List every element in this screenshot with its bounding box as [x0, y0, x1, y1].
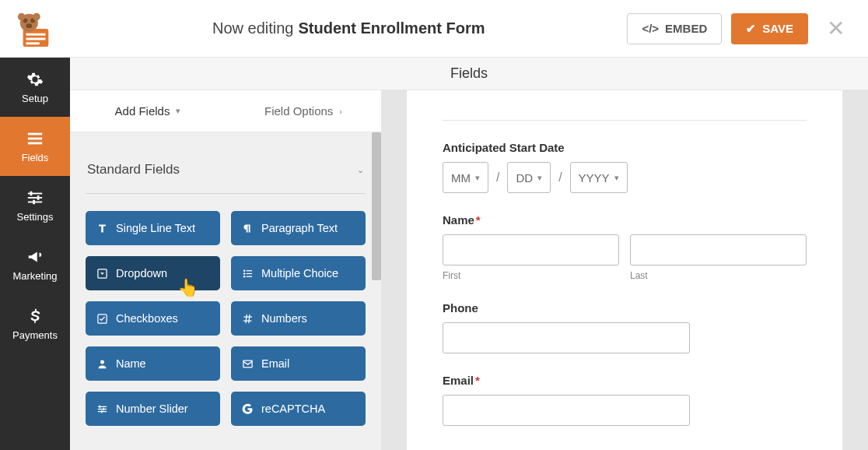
nav-label: Payments	[12, 329, 58, 341]
chevron-down-icon: ▾	[176, 106, 180, 116]
field-checkboxes[interactable]: Checkboxes	[86, 301, 220, 336]
list-icon	[26, 130, 44, 147]
date-separator: /	[496, 171, 499, 185]
field-number-slider[interactable]: Number Slider	[86, 392, 220, 426]
select-value: DD	[516, 171, 533, 185]
scrollbar[interactable]	[372, 132, 381, 280]
field-single-line-text[interactable]: Single Line Text	[86, 211, 220, 245]
field-multiple-choice[interactable]: Multiple Choice	[231, 256, 366, 290]
sliders-icon	[26, 189, 44, 206]
chevron-down-icon: ▾	[614, 173, 619, 183]
svg-point-9	[33, 12, 40, 20]
field-label: Multiple Choice	[261, 267, 338, 279]
left-nav: Setup Fields Settings Marketing Payments	[0, 58, 70, 450]
nav-item-payments[interactable]: Payments	[0, 294, 70, 353]
svg-point-22	[243, 272, 246, 275]
app-logo	[0, 9, 70, 48]
month-select[interactable]: MM▾	[443, 162, 488, 193]
split-panels: Add Fields ▾ Field Options › Standard Fi…	[70, 90, 868, 450]
svg-rect-34	[101, 410, 102, 413]
check-icon: ✔	[746, 22, 756, 36]
name-label: Name*	[443, 213, 807, 227]
list-ul-icon	[242, 268, 254, 279]
field-label: Dropdown	[116, 267, 167, 279]
field-label: Paragraph Text	[261, 222, 338, 234]
section-title: Standard Fields	[87, 162, 180, 178]
field-name[interactable]: Name	[86, 346, 220, 381]
standard-fields-toggle[interactable]: Standard Fields ⌄	[86, 148, 366, 194]
envelope-icon	[242, 358, 254, 370]
nav-label: Marketing	[12, 270, 57, 282]
hashtag-icon	[242, 313, 254, 325]
date-separator: /	[558, 171, 562, 185]
select-value: MM	[451, 171, 471, 185]
svg-point-8	[18, 12, 26, 20]
day-select[interactable]: DD▾	[507, 162, 551, 193]
wpforms-logo-icon	[12, 9, 58, 48]
fields-panel-body: Standard Fields ⌄ Single Line Text Parag…	[70, 132, 381, 450]
field-grid: Single Line Text Paragraph Text Dropdown…	[86, 211, 366, 426]
tab-label: Add Fields	[115, 104, 170, 118]
email-input[interactable]	[443, 395, 690, 426]
first-name-input[interactable]	[443, 234, 619, 265]
field-paragraph-text[interactable]: Paragraph Text	[231, 211, 366, 245]
field-label: Number Slider	[116, 403, 188, 415]
field-dropdown[interactable]: Dropdown👆	[86, 256, 220, 290]
svg-rect-21	[247, 270, 253, 271]
svg-rect-32	[100, 405, 100, 408]
tab-add-fields[interactable]: Add Fields ▾	[70, 90, 226, 132]
panel-tabs: Add Fields ▾ Field Options ›	[70, 90, 381, 132]
nav-item-setup[interactable]: Setup	[0, 58, 70, 117]
svg-rect-30	[98, 408, 107, 409]
top-actions: </> EMBED ✔ SAVE ✕	[627, 13, 868, 44]
dollar-icon	[26, 308, 44, 325]
svg-rect-10	[28, 132, 42, 135]
svg-rect-17	[37, 195, 40, 200]
required-marker: *	[476, 213, 481, 227]
user-icon	[96, 358, 108, 370]
nav-item-settings[interactable]: Settings	[0, 176, 70, 235]
svg-rect-3	[26, 42, 39, 44]
svg-rect-12	[28, 142, 42, 144]
last-name-col: Last	[630, 234, 807, 281]
nav-item-marketing[interactable]: Marketing	[0, 235, 70, 294]
svg-rect-18	[33, 199, 35, 204]
select-value: YYYY	[579, 171, 610, 185]
chevron-down-icon: ⌄	[357, 165, 364, 175]
top-bar: Now editing Student Enrollment Form </> …	[0, 0, 868, 58]
svg-rect-33	[103, 407, 104, 410]
tab-field-options[interactable]: Field Options ›	[226, 90, 381, 132]
sliders-icon	[96, 403, 108, 415]
svg-rect-14	[28, 197, 42, 199]
first-name-col: First	[443, 234, 619, 281]
phone-label: Phone	[443, 301, 807, 315]
field-numbers[interactable]: Numbers	[231, 301, 366, 336]
form-canvas[interactable]: Anticipated Start Date MM▾ / DD▾ / YYYY▾…	[407, 90, 842, 450]
chevron-right-icon: ›	[339, 107, 342, 116]
fields-panel: Add Fields ▾ Field Options › Standard Fi…	[70, 90, 381, 450]
field-email[interactable]: Email	[231, 346, 366, 381]
svg-rect-23	[247, 272, 253, 273]
nav-item-fields[interactable]: Fields	[0, 117, 70, 176]
content: Fields Add Fields ▾ Field Options ›	[70, 58, 868, 450]
text-icon	[96, 223, 108, 234]
embed-button[interactable]: </> EMBED	[627, 13, 722, 44]
svg-rect-16	[30, 191, 33, 195]
name-row: First Last	[443, 234, 807, 281]
close-button[interactable]: ✕	[817, 16, 854, 41]
year-select[interactable]: YYYY▾	[570, 162, 628, 193]
check-square-icon	[96, 313, 108, 325]
last-name-input[interactable]	[630, 234, 807, 265]
label-text: Email	[443, 374, 474, 387]
preview-panel: Anticipated Start Date MM▾ / DD▾ / YYYY▾…	[381, 90, 868, 450]
svg-rect-1	[26, 33, 45, 35]
google-icon	[242, 403, 254, 415]
save-button[interactable]: ✔ SAVE	[731, 13, 808, 44]
field-recaptcha[interactable]: reCAPTCHA	[231, 392, 366, 426]
caret-square-icon	[96, 268, 108, 279]
svg-rect-13	[28, 192, 42, 194]
field-label: Checkboxes	[116, 312, 178, 325]
first-sublabel: First	[443, 270, 619, 281]
required-marker: *	[475, 374, 480, 387]
phone-input[interactable]	[443, 322, 690, 353]
